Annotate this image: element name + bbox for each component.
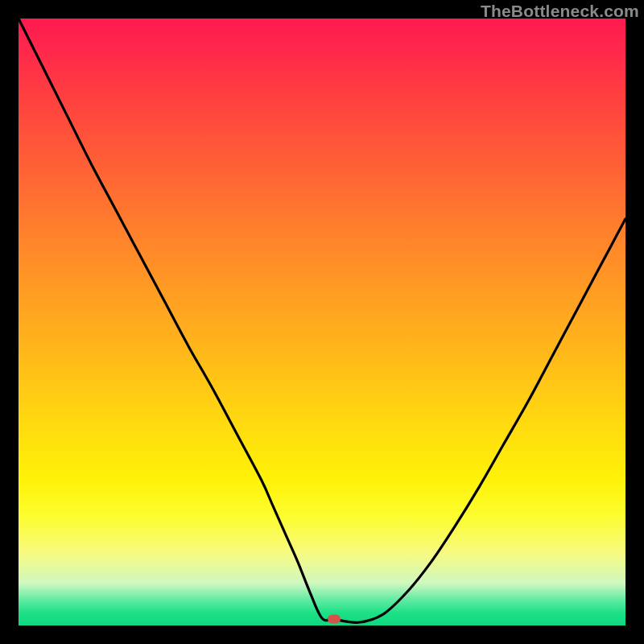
bottleneck-curve [19, 19, 625, 625]
frame: TheBottleneck.com [0, 0, 644, 644]
minimum-marker [328, 615, 341, 624]
watermark-text: TheBottleneck.com [481, 2, 639, 21]
